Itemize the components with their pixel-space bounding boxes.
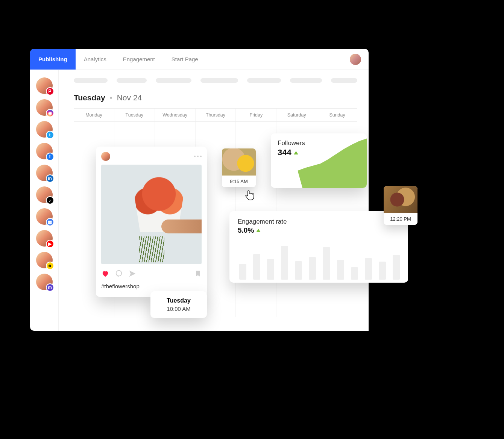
placeholder: [290, 78, 322, 83]
comment-icon[interactable]: [115, 269, 123, 279]
engagement-value: 5.0%: [238, 226, 254, 235]
engagement-label: Engagement rate: [238, 218, 401, 226]
bar: [239, 264, 246, 280]
post-author-avatar: [101, 152, 110, 161]
bar: [379, 262, 386, 280]
post-preview-card[interactable]: #theflowershop: [96, 147, 207, 297]
youtube-icon: ▶: [46, 240, 54, 248]
filter-placeholder-row: [74, 78, 357, 83]
bookmark-icon[interactable]: [194, 270, 202, 279]
send-icon[interactable]: [128, 269, 137, 279]
date-dayname: Tuesday: [74, 93, 105, 102]
bar: [281, 246, 288, 280]
thumb-time: 9:15 AM: [222, 176, 256, 187]
bar: [295, 261, 302, 280]
post-image: [101, 165, 202, 264]
sidebar-accounts: P◉tfin♪▦▶☻m: [30, 70, 59, 331]
engagement-bar-chart: [238, 238, 401, 280]
bar: [323, 247, 330, 280]
bar: [337, 260, 344, 280]
thumb-image: [222, 148, 256, 176]
sidebar-account-tiktok[interactable]: ♪: [36, 186, 53, 203]
mastodon-icon: m: [46, 283, 54, 292]
engagement-card[interactable]: Engagement rate 5.0%: [229, 211, 408, 283]
scheduled-thumb-2[interactable]: 12:20 PM: [384, 186, 417, 225]
user-avatar[interactable]: [350, 54, 361, 65]
post-caption: #theflowershop: [101, 283, 202, 289]
gmb-icon: ▦: [46, 218, 54, 226]
day-header: Wednesday: [155, 109, 196, 121]
sidebar-account-mastodon[interactable]: m: [36, 274, 53, 290]
scheduled-thumb-1[interactable]: 9:15 AM: [222, 148, 256, 187]
snapchat-icon: ☻: [46, 262, 54, 270]
tiktok-icon: ♪: [46, 196, 54, 204]
placeholder: [117, 78, 147, 83]
bar: [393, 255, 400, 280]
linkedin-icon: in: [46, 174, 54, 183]
instagram-icon: ◉: [46, 109, 54, 117]
pinterest-icon: P: [46, 87, 54, 95]
day-header: Sunday: [317, 109, 357, 121]
day-header: Tuesday: [114, 109, 155, 121]
placeholder: [74, 78, 108, 83]
schedule-popover[interactable]: Tuesday 10:00 AM: [150, 291, 207, 318]
facebook-icon: f: [46, 153, 54, 161]
bar: [309, 257, 316, 280]
date-heading: Tuesday • Nov 24: [74, 93, 357, 102]
sidebar-account-twitter[interactable]: t: [36, 121, 53, 138]
topbar: Publishing Analytics Engagement Start Pa…: [30, 49, 369, 70]
schedule-day: Tuesday: [156, 297, 201, 304]
day-header: Monday: [74, 109, 114, 121]
tab-publishing[interactable]: Publishing: [30, 49, 76, 70]
sidebar-account-instagram[interactable]: ◉: [36, 99, 53, 116]
sidebar-account-pinterest[interactable]: P: [36, 77, 53, 94]
heart-icon[interactable]: [101, 269, 109, 279]
post-actions: [101, 269, 202, 279]
day-header: Thursday: [196, 109, 236, 121]
tab-analytics[interactable]: Analytics: [76, 49, 115, 70]
sidebar-account-gmb[interactable]: ▦: [36, 208, 53, 225]
bar: [365, 258, 372, 280]
bar: [253, 254, 260, 280]
followers-area-chart: [271, 133, 367, 188]
day-header: Saturday: [276, 109, 317, 121]
trend-up-icon: [256, 229, 261, 232]
date-monthday: Nov 24: [117, 93, 142, 102]
twitter-icon: t: [46, 131, 54, 139]
calendar-header: MondayTuesdayWednesdayThursdayFridaySatu…: [74, 108, 357, 122]
placeholder: [247, 78, 281, 83]
bar: [267, 259, 274, 280]
tab-start-page[interactable]: Start Page: [163, 49, 206, 70]
thumb-image: [384, 186, 417, 213]
sidebar-account-snapchat[interactable]: ☻: [36, 252, 53, 268]
placeholder: [156, 78, 191, 83]
followers-card[interactable]: Followers 344: [271, 133, 367, 188]
schedule-time: 10:00 AM: [156, 306, 201, 312]
sidebar-account-linkedin[interactable]: in: [36, 165, 53, 181]
more-icon[interactable]: [194, 156, 202, 157]
tab-engagement[interactable]: Engagement: [115, 49, 163, 70]
svg-point-0: [116, 271, 122, 276]
bar: [351, 267, 358, 280]
day-header: Friday: [236, 109, 276, 121]
placeholder: [331, 78, 357, 83]
sidebar-account-youtube[interactable]: ▶: [36, 230, 53, 247]
thumb-time: 12:20 PM: [384, 213, 417, 225]
sidebar-account-facebook[interactable]: f: [36, 143, 53, 159]
placeholder: [200, 78, 238, 83]
